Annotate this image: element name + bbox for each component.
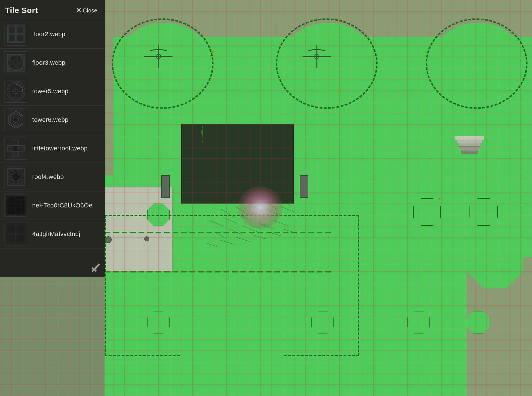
svg-rect-87: [7, 235, 15, 243]
svg-rect-85: [7, 226, 15, 233]
svg-point-64: [14, 140, 17, 143]
svg-point-49: [17, 64, 22, 69]
svg-point-46: [10, 57, 14, 61]
tile-name-floor2: floor2.webp: [32, 31, 65, 38]
close-button[interactable]: ✕ Close: [74, 6, 100, 15]
tile-thumb-floor2: [5, 23, 27, 46]
sidebar-panel: Tile Sort ✕ Close floor2.webp floor3.web…: [0, 0, 105, 277]
sidebar-title: Tile Sort: [5, 6, 38, 15]
tile-item-tower6[interactable]: tower6.webp: [0, 106, 105, 134]
svg-point-65: [14, 153, 17, 156]
svg-rect-86: [16, 226, 24, 233]
svg-rect-71: [10, 171, 13, 174]
tile-list: floor2.webp floor3.webp tower5.webp towe…: [0, 20, 105, 248]
svg-point-66: [8, 147, 11, 150]
svg-rect-38: [9, 27, 15, 33]
svg-line-1: [226, 187, 238, 195]
tile-item-4aJglrMafvvctnqj[interactable]: 4aJglrMafvvctnqj: [0, 220, 105, 248]
svg-rect-73: [10, 179, 13, 183]
tile-name-tower5: tower5.webp: [32, 88, 68, 95]
svg-rect-74: [18, 179, 22, 183]
svg-line-6: [283, 184, 297, 195]
close-label: Close: [83, 7, 97, 14]
svg-rect-88: [16, 235, 24, 243]
tile-item-floor3[interactable]: floor3.webp: [0, 49, 105, 77]
tile-item-roof4[interactable]: roof4.webp: [0, 163, 105, 191]
sidebar-header: Tile Sort ✕ Close: [0, 0, 105, 20]
tile-name-floor3: floor3.webp: [32, 59, 65, 66]
tile-thumb-tower6: [5, 109, 27, 131]
svg-line-0: [212, 192, 221, 198]
tile-item-neHTco0rC8UkO6Oe[interactable]: neHTco0rC8UkO6Oe: [0, 191, 105, 220]
svg-point-47: [17, 57, 22, 61]
tile-thumb-floor3: [5, 51, 27, 74]
tile-name-littletowerroof: littletowerroof.webp: [32, 145, 88, 152]
tile-name-roof4: roof4.webp: [32, 173, 64, 181]
tile-thumb-tower5: [5, 80, 27, 103]
tile-name-neHTco0rC8UkO6Oe: neHTco0rC8UkO6Oe: [32, 202, 92, 209]
svg-rect-40: [9, 35, 15, 41]
svg-point-48: [10, 64, 14, 69]
svg-point-50: [14, 61, 17, 64]
tile-item-tower5[interactable]: tower5.webp: [0, 77, 105, 106]
tile-thumb-4aJglrMafvvctnqj: [5, 223, 27, 245]
svg-line-2: [215, 201, 229, 204]
tile-thumb-roof4: [5, 166, 27, 188]
tile-name-4aJglrMafvvctnqj: 4aJglrMafvvctnqj: [32, 230, 80, 238]
svg-point-63: [14, 147, 18, 150]
svg-point-67: [21, 147, 24, 150]
tile-name-tower6: tower6.webp: [32, 116, 68, 124]
tool-icon[interactable]: [91, 263, 101, 273]
svg-rect-72: [18, 171, 22, 174]
svg-rect-39: [17, 27, 23, 33]
tile-item-littletowerroof[interactable]: littletowerroof.webp: [0, 134, 105, 163]
tile-thumb-neHTco0rC8UkO6Oe: [5, 194, 27, 217]
tile-thumb-littletowerroof: [5, 137, 27, 160]
tile-item-floor2[interactable]: floor2.webp: [0, 20, 105, 49]
close-icon: ✕: [76, 7, 81, 14]
svg-rect-41: [17, 35, 23, 41]
